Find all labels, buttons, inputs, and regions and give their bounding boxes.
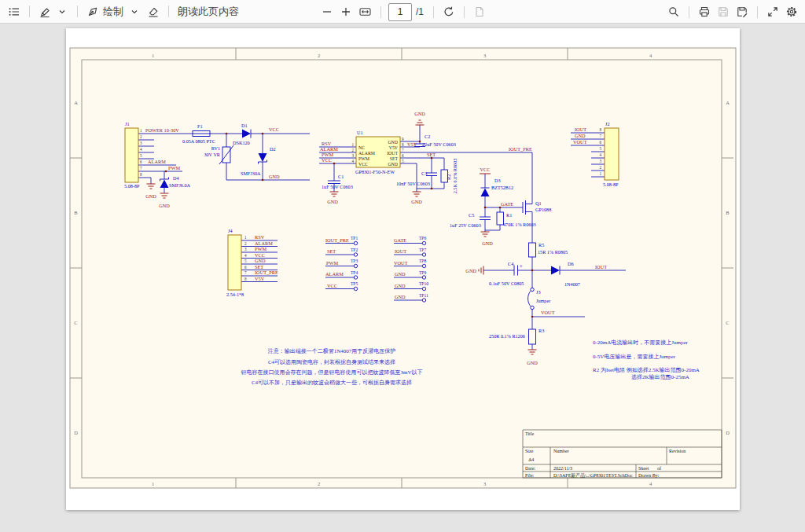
eraser-icon: [147, 6, 160, 18]
tp6-net: GATE: [394, 237, 406, 243]
gnd-d4-label: GND: [159, 203, 170, 208]
j1-pkg: 5.08-8P: [124, 183, 140, 189]
tp3-ref: TP3: [351, 259, 358, 263]
highlight-dropdown[interactable]: [53, 2, 72, 21]
u1-name-gnd9: GND: [388, 140, 398, 145]
tp9-ref: TP9: [419, 270, 426, 275]
tp4-net: ALARM: [325, 271, 344, 277]
contents-pane-button[interactable]: [5, 2, 24, 21]
zoom-page-controls: /1: [318, 0, 489, 24]
net-v5v-u1: V5V: [407, 141, 417, 147]
u1-name-vcc: VCC: [358, 162, 368, 167]
draw-button[interactable]: 绘制: [83, 2, 127, 21]
tp8-net: VOUT: [394, 260, 408, 266]
q1-val: GP1088: [535, 207, 551, 212]
erase-button[interactable]: [144, 2, 163, 21]
j1-ref: J1: [125, 121, 130, 127]
c4-plus: +: [520, 263, 523, 269]
gnd-j1pin8-label: GND: [145, 193, 156, 199]
rotate-icon: [443, 6, 455, 18]
titleblock-number-label: Number: [553, 449, 569, 453]
u1-pinno-3: 3: [351, 153, 354, 158]
page-view-button: [470, 2, 489, 22]
zone-row-right-a: A: [726, 100, 730, 105]
rv1-ref: RV1: [211, 145, 219, 151]
c5-val: 1uF 25V C0603: [450, 222, 481, 228]
u1-name-nc: NC: [358, 145, 365, 150]
u1-ref: U1: [357, 130, 363, 135]
zoom-in-button[interactable]: [336, 2, 355, 22]
chevron-down-icon: [58, 8, 66, 16]
j4-pin-7: 7: [244, 270, 247, 275]
toolbar-separator: [689, 6, 689, 18]
j2-pin-7: 7: [599, 134, 601, 138]
net-iout-j2: IOUT: [575, 127, 586, 132]
note-line-1: 注意：输出端接一个二极管1N4007用于反灌电压保护: [267, 347, 395, 354]
zoom-out-button[interactable]: [318, 2, 336, 22]
d2-ref: D2: [270, 146, 276, 152]
toolbar-separator: [380, 6, 381, 18]
net-pwm-j1: PWM: [168, 165, 180, 171]
c4-val: 0.1uF 50V C0805: [489, 281, 524, 286]
gnd-u1top-label: GND: [414, 111, 425, 116]
c5-ref: C5: [469, 212, 474, 218]
document-canvas[interactable]: 1 2 3 4 1 2 3 4 A B C D A B C: [0, 24, 805, 532]
tp1-ref: TP1: [351, 236, 358, 240]
print-button[interactable]: [695, 2, 714, 22]
tp10-ref: TP10: [419, 281, 428, 286]
d4-val: SMFJ6.0A: [169, 182, 191, 188]
connector-j1: [125, 128, 138, 182]
tp7-net: IOUT: [395, 248, 406, 254]
net-vcc-d3: VCC: [480, 167, 490, 172]
minus-icon: [321, 6, 333, 18]
highlight-button[interactable]: [35, 2, 54, 21]
u1-pinno-9: 9: [402, 137, 404, 141]
search-icon: [667, 6, 680, 18]
settings-button[interactable]: [782, 2, 801, 22]
page-number-input[interactable]: [388, 3, 412, 21]
zone-col-bottom-3: 3: [483, 481, 485, 486]
zone-col-top-1: 1: [151, 53, 153, 58]
c2-ref: C2: [425, 134, 430, 139]
zone-col-bottom-1: 1: [151, 481, 153, 486]
rotate-button[interactable]: [439, 2, 458, 22]
j4-pin-2: 2: [244, 241, 247, 246]
rnote-line-4: 选择2K输出范围0-25mA: [631, 374, 689, 380]
read-aloud-button[interactable]: 朗读此页内容: [175, 2, 242, 21]
c3-ref: C3: [421, 171, 427, 176]
net-pwm-u1: PWM: [322, 152, 333, 157]
toolbar-separator: [168, 6, 169, 17]
zone-col-top-3: 3: [483, 53, 485, 58]
contents-icon: [8, 6, 20, 18]
tp10-net: GND: [395, 283, 406, 288]
c4-ref: C4: [508, 261, 513, 266]
fullscreen-button[interactable]: [763, 2, 782, 22]
pdf-toolbar: 绘制 朗读此页内容 /1: [0, 0, 805, 24]
toolbar-separator: [29, 6, 30, 17]
draw-dropdown[interactable]: [125, 2, 144, 21]
search-button[interactable]: [664, 2, 683, 22]
tp8-ref: TP8: [419, 259, 426, 263]
r2-ref: R2: [446, 174, 451, 180]
f1-ref: F1: [197, 123, 203, 129]
net-vcc-u1: VCC: [322, 157, 332, 163]
net-rsv: RSV: [322, 141, 332, 146]
save-as-button[interactable]: [733, 2, 752, 22]
titleblock-file-label: File:: [525, 473, 534, 478]
j4-net-ioutpre: IOUT_PRE: [255, 270, 278, 275]
gnd-r3-label: GND: [527, 360, 538, 365]
tp2-net: SET: [327, 248, 336, 254]
u1-name-iout: IOUT: [387, 151, 398, 156]
j2-pin-1: 1: [599, 171, 601, 176]
titleblock-sheet-label: Sheet: [638, 466, 649, 471]
save-icon: [717, 6, 730, 18]
j4-ref: J4: [228, 228, 233, 233]
zone-row-left-d: D: [74, 430, 78, 435]
d6-val: 1N4007: [564, 281, 580, 287]
j4-pkg: 2.54-1*8: [226, 292, 244, 297]
chevron-down-icon: [130, 8, 138, 16]
j4-pin-4: 4: [244, 253, 247, 258]
fit-width-button[interactable]: [355, 2, 375, 22]
rnote-line-2: 0-5V电压输出是，需要接上Jumper: [593, 354, 676, 360]
j1-pin-6: 6: [140, 160, 142, 164]
